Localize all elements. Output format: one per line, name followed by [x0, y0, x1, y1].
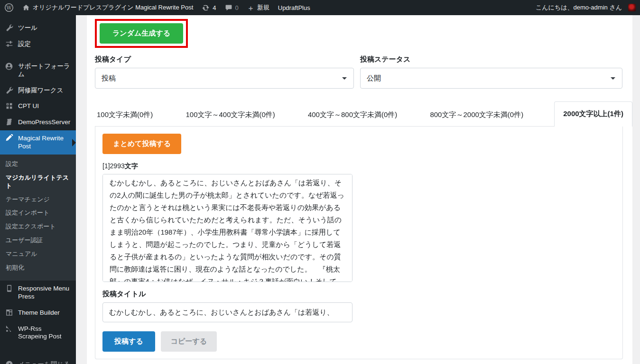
- tab-over-2000[interactable]: 2000文字以上(1件): [554, 101, 632, 127]
- wrench-icon: [4, 24, 14, 32]
- sliders-icon: [4, 40, 14, 48]
- update-icon: [202, 4, 210, 12]
- generated-content-textarea[interactable]: むかしむかし、あるところに、おじいさんとおばあさん「は若返り、その2人の間に誕生…: [102, 174, 352, 282]
- collapse-menu-button[interactable]: メニューを閉じる: [0, 356, 76, 364]
- submenu-item-theme-change[interactable]: テーマチェンジ: [0, 193, 76, 207]
- submenu-item-settings[interactable]: 設定: [0, 157, 76, 171]
- sidebar-item-label: DemoPressServer: [18, 118, 70, 127]
- submenu-item-settings-export[interactable]: 設定エクスポート: [0, 220, 76, 234]
- random-generate-button[interactable]: ランダム生成する: [100, 23, 183, 44]
- post-button[interactable]: 投稿する: [102, 331, 155, 352]
- stamp-icon: [4, 118, 14, 126]
- sidebar-item-settings[interactable]: 設定: [0, 36, 76, 52]
- tab-800-2000[interactable]: 800文字～2000文字未満(0件): [428, 104, 525, 126]
- sidebar-item-tools[interactable]: ツール: [0, 20, 76, 36]
- site-name-link[interactable]: オリジナルワードプレスプラグイン Magical Rewrite Post: [18, 0, 197, 15]
- sidebar-item-label: Theme Builder: [18, 309, 60, 317]
- layout-icon: [4, 309, 14, 317]
- wordpress-logo[interactable]: W: [0, 0, 18, 15]
- main-content: ランダム生成する 投稿タイプ 投稿 投稿ステータス 公開 100文字未満(0件)…: [76, 15, 640, 364]
- annotation-highlight-box: ランダム生成する: [95, 19, 188, 48]
- comment-icon: [225, 4, 232, 11]
- plugin-page-card: ランダム生成する 投稿タイプ 投稿 投稿ステータス 公開 100文字未満(0件)…: [87, 15, 632, 364]
- new-content-button[interactable]: ＋ 新規: [243, 0, 274, 15]
- sidebar-item-responsive-menu-press[interactable]: Responsive Menu Press: [0, 281, 76, 305]
- submenu-item-manual[interactable]: マニュアル: [0, 247, 76, 261]
- sidebar-item-demopressserver[interactable]: DemoPressServer: [0, 114, 76, 130]
- collapse-menu-label: メニューを閉じる: [18, 360, 70, 364]
- submenu-item-magical-rewrite-test[interactable]: マジカルリライトテスト: [0, 171, 76, 193]
- comment-count: 0: [235, 4, 239, 11]
- wrench-icon: [4, 86, 14, 94]
- site-title: オリジナルワードプレスプラグイン Magical Rewrite Post: [33, 3, 193, 12]
- submenu-item-settings-import[interactable]: 設定インポート: [0, 206, 76, 220]
- sidebar-item-label: 阿修羅ワークス: [18, 86, 63, 95]
- sidebar-item-label: CPT UI: [18, 102, 39, 110]
- post-type-label: 投稿タイプ: [95, 55, 354, 64]
- post-status-value: 公開: [367, 74, 381, 83]
- sidebar-item-support-forum[interactable]: サポートフォーラム: [0, 58, 76, 82]
- tab-400-800[interactable]: 400文字～800文字未満(0件): [306, 104, 399, 126]
- magical-rewrite-post-submenu: 設定 マジカルリライトテスト テーマチェンジ 設定インポート 設定エクスポート …: [0, 155, 76, 281]
- updraftplus-menu[interactable]: UpdraftPlus: [274, 0, 315, 15]
- submenu-item-initialize[interactable]: 初期化: [0, 261, 76, 275]
- home-icon: [22, 4, 30, 11]
- grid-icon: [4, 102, 14, 110]
- rss-icon: [4, 325, 14, 333]
- avatar: [628, 4, 636, 11]
- submenu-item-user-auth[interactable]: ユーザー認証: [0, 234, 76, 247]
- updates-button[interactable]: 4: [197, 0, 220, 15]
- person-circle-icon: [4, 62, 14, 71]
- bulk-post-button[interactable]: まとめて投稿する: [102, 134, 181, 154]
- pencil-icon: [4, 134, 14, 142]
- new-label: 新規: [257, 3, 269, 12]
- post-type-value: 投稿: [102, 74, 116, 83]
- sidebar-item-magical-rewrite-post[interactable]: Magical Rewrite Post: [0, 130, 76, 155]
- chevron-down-icon: [342, 77, 347, 82]
- character-count-tabs: 100文字未満(0件) 100文字～400文字未満(0件) 400文字～800文…: [95, 101, 632, 127]
- my-account-menu[interactable]: こんにちは、demo-admin さん: [531, 0, 640, 15]
- smartphone-icon: [4, 284, 14, 292]
- sidebar-item-ashura-works[interactable]: 阿修羅ワークス: [0, 82, 76, 99]
- post-status-select[interactable]: 公開: [360, 68, 622, 89]
- sidebar-item-label: 設定: [18, 40, 31, 48]
- sidebar-item-theme-builder[interactable]: Theme Builder: [0, 305, 76, 321]
- tab-under-100[interactable]: 100文字未満(0件): [95, 104, 155, 126]
- greeting-text: こんにちは、demo-admin さん: [536, 3, 622, 12]
- sidebar-item-label: Responsive Menu Press: [18, 284, 72, 301]
- wordpress-icon: W: [4, 3, 14, 12]
- sidebar-item-label: サポートフォーラム: [18, 62, 72, 79]
- updraftplus-label: UpdraftPlus: [278, 4, 310, 11]
- update-count: 4: [213, 4, 216, 11]
- svg-text:W: W: [7, 5, 12, 10]
- sidebar-item-wp-rss-scrapeing-post[interactable]: WP-Rss Scrapeing Post: [0, 321, 76, 345]
- post-type-field: 投稿タイプ 投稿: [95, 55, 354, 89]
- sidebar-item-label: Magical Rewrite Post: [18, 134, 72, 151]
- tab-100-400[interactable]: 100文字～400文字未満(0件): [184, 104, 277, 126]
- collapse-arrow-icon: [4, 360, 14, 364]
- comments-button[interactable]: 0: [221, 0, 243, 15]
- admin-sidebar: ツール 設定 サポートフォーラム 阿修羅ワークス CPT UI DemoPres…: [0, 15, 76, 364]
- post-status-field: 投稿ステータス 公開: [360, 55, 622, 89]
- plus-icon: ＋: [247, 4, 254, 11]
- post-type-select[interactable]: 投稿: [95, 68, 354, 89]
- sidebar-item-label: ツール: [18, 24, 37, 32]
- sidebar-item-label: WP-Rss Scrapeing Post: [18, 325, 72, 341]
- sidebar-item-cpt-ui[interactable]: CPT UI: [0, 98, 76, 114]
- copy-button[interactable]: コピーする: [161, 331, 217, 352]
- post-status-label: 投稿ステータス: [360, 55, 622, 64]
- tab-content-pane: まとめて投稿する [1]2993文字 むかしむかし、あるところに、おじいさんとお…: [95, 127, 623, 359]
- post-title-input[interactable]: [102, 302, 352, 322]
- item-char-count-label: [1]2993文字: [102, 162, 615, 171]
- admin-bar: W オリジナルワードプレスプラグイン Magical Rewrite Post …: [0, 0, 640, 15]
- post-title-label: 投稿タイトル: [102, 290, 615, 299]
- chevron-down-icon: [611, 77, 615, 82]
